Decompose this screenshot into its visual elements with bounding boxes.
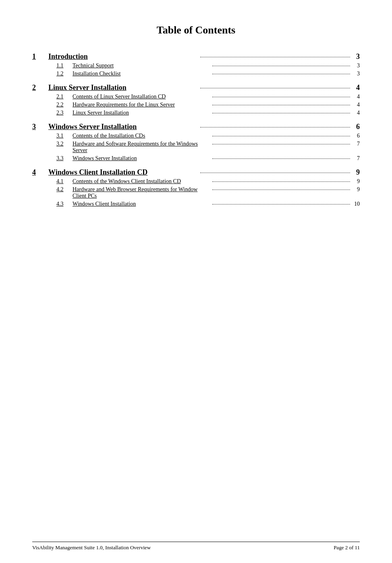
section-1-title: Introduction [48,52,199,61]
subsection-4-3-dots [212,204,351,204]
subsection-2-3-number: 2.3 [56,110,73,116]
toc-subsection-4-2: 4.2 Hardware and Web Browser Requirement… [32,186,360,199]
subsection-2-2-page: 4 [352,102,360,108]
subsection-4-2-page: 9 [352,186,360,193]
toc-section-row-1: 1 Introduction 3 [32,52,360,61]
subsection-3-2-number: 3.2 [56,141,73,147]
section-1-page: 3 [352,52,360,61]
subsection-4-2-number: 4.2 [56,186,73,193]
subsection-3-1-title: Contents of the Installation CDs [73,133,211,139]
page-footer: VisAbility Management Suite 1.0, Install… [32,542,360,551]
toc-subsection-4-3: 4.3 Windows Client Installation 10 [32,201,360,207]
page: Table of Contents 1 Introduction 3 1.1 T… [0,0,392,563]
subsection-3-3-dots [212,158,351,159]
section-4-number: 4 [32,168,48,177]
subsection-2-1-title: Contents of Linux Server Installation CD [73,94,211,100]
subsection-4-3-number: 4.3 [56,201,73,207]
page-title: Table of Contents [32,24,360,36]
subsection-2-3-dots [212,113,351,113]
section-4-page: 9 [352,168,360,177]
section-1-dots [200,57,351,57]
section-3-number: 3 [32,123,48,131]
subsection-2-1-dots [212,97,351,97]
subsection-3-3-number: 3.3 [56,155,73,162]
toc-group-2: 2 Linux Server Installation 4 2.1 Conten… [32,83,360,116]
toc-section-row-3: 3 Windows Server Installation 6 [32,123,360,131]
subsection-4-3-title: Windows Client Installation [73,201,211,207]
subsection-1-1-page: 3 [352,63,360,69]
subsection-4-1-dots [212,181,351,182]
subsection-2-1-number: 2.1 [56,94,73,100]
subsection-1-2-dots [212,74,351,74]
subsection-1-1-dots [212,66,351,66]
subsection-2-3-title: Linux Server Installation [73,110,211,116]
subsection-4-1-page: 9 [352,178,360,185]
section-3-page: 6 [352,123,360,131]
toc-group-3: 3 Windows Server Installation 6 3.1 Cont… [32,123,360,162]
subsection-3-3-page: 7 [352,155,360,162]
subsection-3-2-title: Hardware and Software Requirements for t… [73,141,211,154]
toc-subsection-2-3: 2.3 Linux Server Installation 4 [32,110,360,116]
subsection-1-1-number: 1.1 [56,63,73,69]
section-3-title: Windows Server Installation [48,123,199,131]
section-1-number: 1 [32,52,48,61]
subsection-2-2-dots [212,105,351,105]
toc-group-4: 4 Windows Client Installation CD 9 4.1 C… [32,168,360,207]
toc-subsection-2-1: 2.1 Contents of Linux Server Installatio… [32,94,360,100]
footer-left-text: VisAbility Management Suite 1.0, Install… [32,544,151,551]
subsection-2-2-title: Hardware Requirements for the Linux Serv… [73,102,211,108]
subsection-1-2-page: 3 [352,71,360,77]
section-4-title: Windows Client Installation CD [48,168,199,177]
subsection-1-2-title: Installation Checklist [73,71,211,77]
subsection-1-1-title: Technical Support [73,63,211,69]
toc-section-row-4: 4 Windows Client Installation CD 9 [32,168,360,177]
section-2-dots [200,88,351,88]
subsection-4-3-page: 10 [352,201,360,207]
subsection-4-1-title: Contents of the Windows Client Installat… [73,178,211,185]
subsection-3-2-dots [212,144,351,144]
toc-container: 1 Introduction 3 1.1 Technical Support 3… [32,52,360,207]
subsection-1-2-number: 1.2 [56,71,73,77]
subsection-2-3-page: 4 [352,110,360,116]
footer-right-text: Page 2 of 11 [334,544,360,551]
toc-subsection-4-1: 4.1 Contents of the Windows Client Insta… [32,178,360,185]
toc-section-row-2: 2 Linux Server Installation 4 [32,83,360,92]
subsection-4-2-dots [212,190,351,190]
toc-subsection-2-2: 2.2 Hardware Requirements for the Linux … [32,102,360,108]
toc-subsection-3-1: 3.1 Contents of the Installation CDs 6 [32,133,360,139]
subsection-3-1-number: 3.1 [56,133,73,139]
subsection-2-2-number: 2.2 [56,102,73,108]
subsection-3-1-page: 6 [352,133,360,139]
toc-subsection-1-2: 1.2 Installation Checklist 3 [32,71,360,77]
section-3-dots [200,127,351,127]
toc-group-1: 1 Introduction 3 1.1 Technical Support 3… [32,52,360,77]
toc-subsection-3-2: 3.2 Hardware and Software Requirements f… [32,141,360,154]
subsection-3-2-page: 7 [352,141,360,147]
subsection-2-1-page: 4 [352,94,360,100]
subsection-3-1-dots [212,136,351,136]
section-4-dots [200,173,351,173]
subsection-3-3-title: Windows Server Installation [73,155,211,162]
subsection-4-2-title: Hardware and Web Browser Requirements fo… [73,186,211,199]
toc-subsection-1-1: 1.1 Technical Support 3 [32,63,360,69]
section-2-page: 4 [352,83,360,92]
section-2-number: 2 [32,83,48,92]
toc-subsection-3-3: 3.3 Windows Server Installation 7 [32,155,360,162]
subsection-4-1-number: 4.1 [56,178,73,185]
section-2-title: Linux Server Installation [48,83,199,92]
